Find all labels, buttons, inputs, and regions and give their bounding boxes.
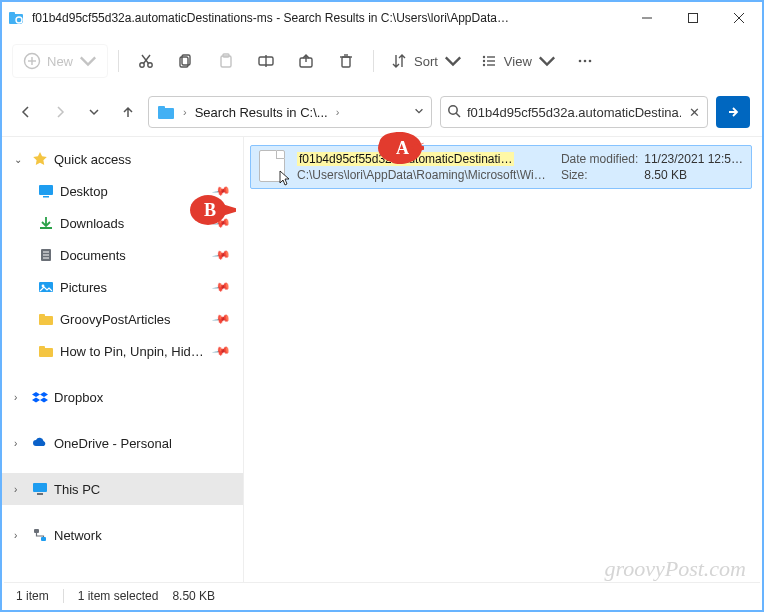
back-button[interactable] — [14, 100, 38, 124]
file-icon — [259, 150, 287, 184]
sidebar-item-desktop[interactable]: Desktop 📌 — [2, 175, 243, 207]
chevron-down-icon — [444, 52, 462, 70]
svg-rect-47 — [39, 314, 45, 318]
window-title: f01b4d95cf55d32a.automaticDestinations-m… — [32, 11, 512, 25]
sidebar-item-label: This PC — [54, 482, 100, 497]
rename-button[interactable] — [249, 44, 283, 78]
status-size: 8.50 KB — [172, 589, 215, 603]
sidebar-item-pictures[interactable]: Pictures 📌 — [2, 271, 243, 303]
up-button[interactable] — [116, 100, 140, 124]
search-icon — [447, 104, 461, 121]
pictures-icon — [38, 279, 54, 295]
recent-locations-button[interactable] — [82, 100, 106, 124]
sidebar-item-onedrive[interactable]: › OneDrive - Personal — [2, 427, 243, 459]
result-path: C:\Users\lori\AppData\Roaming\Microsoft\… — [297, 168, 551, 182]
sidebar-item-label: GroovyPostArticles — [60, 312, 171, 327]
body: ⌄ Quick access Desktop 📌 Downloads 📌 Doc… — [2, 136, 762, 584]
search-folder-icon — [8, 10, 24, 26]
cursor-icon — [279, 170, 291, 186]
chevron-right-icon: › — [14, 530, 26, 541]
sidebar: ⌄ Quick access Desktop 📌 Downloads 📌 Doc… — [2, 137, 244, 584]
nav-arrows — [14, 100, 140, 124]
svg-point-32 — [584, 60, 587, 63]
address-path: Search Results in C:\... — [195, 105, 328, 120]
sidebar-item-downloads[interactable]: Downloads 📌 — [2, 207, 243, 239]
status-selected: 1 item selected — [78, 589, 159, 603]
date-modified-label: Date modified: — [561, 152, 638, 166]
svg-point-36 — [449, 105, 457, 113]
star-icon — [32, 151, 48, 167]
sort-label: Sort — [414, 54, 438, 69]
svg-rect-52 — [34, 529, 39, 533]
close-button[interactable] — [716, 2, 762, 34]
minimize-button[interactable] — [624, 2, 670, 34]
search-input[interactable] — [467, 105, 681, 120]
sidebar-item-label: Network — [54, 528, 102, 543]
documents-icon — [38, 247, 54, 263]
svg-rect-22 — [342, 57, 350, 67]
sidebar-item-label: Pictures — [60, 280, 107, 295]
cut-button[interactable] — [129, 44, 163, 78]
sidebar-item-documents[interactable]: Documents 📌 — [2, 239, 243, 271]
view-button[interactable]: View — [474, 44, 562, 78]
chevron-right-icon: › — [336, 106, 340, 118]
folder-icon — [38, 311, 54, 327]
sidebar-item-howto[interactable]: How to Pin, Unpin, Hide, and 📌 — [2, 335, 243, 367]
svg-rect-51 — [37, 493, 43, 495]
status-count: 1 item — [16, 589, 49, 603]
sidebar-item-groovy[interactable]: GroovyPostArticles 📌 — [2, 303, 243, 335]
titlebar: f01b4d95cf55d32a.automaticDestinations-m… — [2, 2, 762, 34]
folder-icon — [38, 343, 54, 359]
sidebar-item-label: Desktop — [60, 184, 108, 199]
search-folder-icon — [157, 103, 175, 121]
svg-rect-39 — [43, 196, 49, 198]
onedrive-icon — [32, 435, 48, 451]
history-dropdown-icon[interactable] — [413, 105, 425, 120]
svg-rect-53 — [41, 537, 46, 541]
more-button[interactable] — [568, 44, 602, 78]
copy-button[interactable] — [169, 44, 203, 78]
search-result-item[interactable]: f01b4d95cf55d32a.automaticDestinati… C:\… — [250, 145, 752, 189]
pin-icon: 📌 — [211, 309, 231, 329]
paste-button[interactable] — [209, 44, 243, 78]
sidebar-item-label: Dropbox — [54, 390, 103, 405]
pin-icon: 📌 — [211, 181, 231, 201]
sort-button[interactable]: Sort — [384, 44, 468, 78]
forward-button[interactable] — [48, 100, 72, 124]
delete-button[interactable] — [329, 44, 363, 78]
pin-icon: 📌 — [211, 341, 231, 361]
separator — [63, 589, 64, 603]
address-bar[interactable]: › Search Results in C:\... › — [148, 96, 432, 128]
pin-icon: 📌 — [211, 277, 231, 297]
downloads-icon — [38, 215, 54, 231]
window-controls — [624, 2, 762, 34]
new-button[interactable]: New — [12, 44, 108, 78]
svg-rect-35 — [158, 106, 165, 110]
svg-point-27 — [483, 64, 485, 66]
svg-rect-50 — [33, 483, 47, 492]
desktop-icon — [38, 183, 54, 199]
svg-line-37 — [456, 113, 460, 117]
chevron-down-icon: ⌄ — [14, 154, 26, 165]
separator — [118, 50, 119, 72]
new-label: New — [47, 54, 73, 69]
sidebar-item-network[interactable]: › Network — [2, 519, 243, 551]
sidebar-item-quick-access[interactable]: ⌄ Quick access — [2, 143, 243, 175]
search-go-button[interactable] — [716, 96, 750, 128]
share-button[interactable] — [289, 44, 323, 78]
sidebar-item-this-pc[interactable]: › This PC — [2, 473, 243, 505]
chevron-right-icon: › — [14, 392, 26, 403]
maximize-button[interactable] — [670, 2, 716, 34]
pin-icon: 📌 — [211, 245, 231, 265]
svg-point-33 — [589, 60, 592, 63]
results-pane[interactable]: f01b4d95cf55d32a.automaticDestinati… C:\… — [244, 137, 762, 584]
chevron-down-icon — [538, 52, 556, 70]
search-box[interactable]: ✕ — [440, 96, 708, 128]
clear-search-button[interactable]: ✕ — [687, 105, 701, 120]
svg-rect-38 — [39, 185, 53, 195]
address-search-row: › Search Results in C:\... › ✕ — [2, 88, 762, 136]
separator — [373, 50, 374, 72]
sidebar-item-dropbox[interactable]: › Dropbox — [2, 381, 243, 413]
sidebar-item-label: Downloads — [60, 216, 124, 231]
svg-point-25 — [483, 56, 485, 58]
